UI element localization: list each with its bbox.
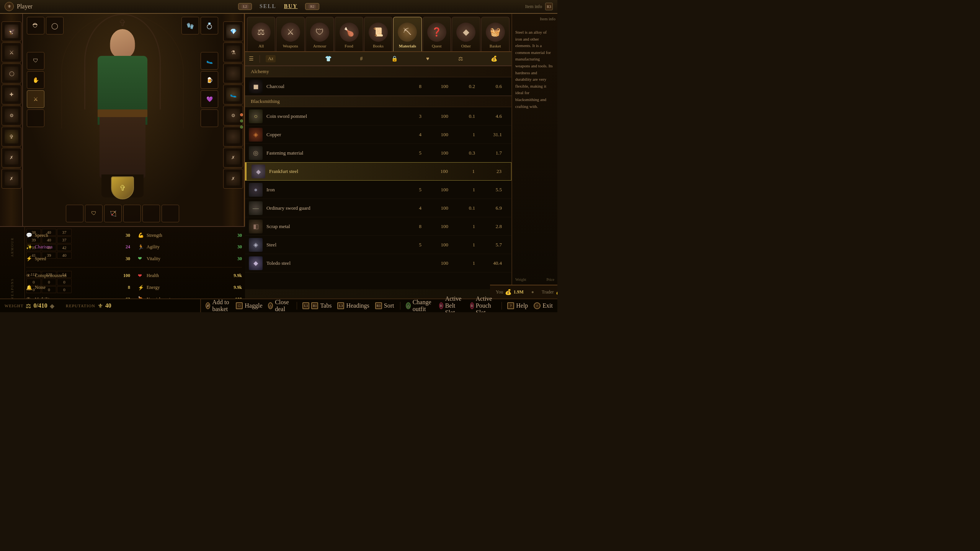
slot-b1[interactable]	[66, 205, 83, 222]
tab-basket-icon: 🧺	[486, 23, 505, 42]
tab-armour[interactable]: 🛡 Armour	[305, 17, 334, 51]
stat-agility: 🏃 Agility 30	[138, 243, 242, 251]
action-headings[interactable]: L3 Headings	[337, 302, 369, 309]
pillar-left: 🦅 ⚔ ◯ ✚ ⚙ ✞ ✗ ✗	[0, 14, 23, 226]
inv-slot-5[interactable]: ⚙	[2, 106, 21, 126]
slot-amulet[interactable]: ◯	[46, 17, 64, 34]
item-toledo-icon: ◆	[249, 256, 263, 270]
action-haggle[interactable]: □ Haggle	[236, 302, 262, 309]
buy-tab[interactable]: BUY	[284, 3, 298, 10]
slot-b5[interactable]	[142, 205, 160, 222]
tab-weapons[interactable]: ⚔ Weapons	[276, 17, 304, 51]
tab-books[interactable]: 📜 Books	[364, 17, 392, 51]
inv-slot-2[interactable]: ⚔	[2, 42, 21, 62]
trade-trader-label: Trader	[542, 289, 554, 295]
tab-other[interactable]: ◆ Other	[452, 17, 480, 51]
action-change-outfit[interactable]: △ Change outfit	[406, 299, 433, 312]
slot-helmet[interactable]: ⛑	[27, 17, 44, 34]
action-active-belt[interactable]: R Active Belt Slot	[439, 295, 464, 312]
item-sword-guard-cap: 100	[427, 205, 454, 211]
action-sort[interactable]: R3 Sort	[375, 302, 394, 309]
tabs-btn-l1: L1	[302, 302, 309, 309]
tab-quest[interactable]: ❓ Quest	[423, 17, 451, 51]
active-pouch-btn-icon: R	[470, 302, 474, 309]
action-active-pouch[interactable]: R Active Pouch Slot	[470, 295, 496, 312]
sort-label: Sort	[384, 302, 394, 309]
slot-b4[interactable]	[123, 205, 141, 222]
action-close-deal[interactable]: △ Close deal	[268, 299, 291, 312]
item-frankfurt-steel[interactable]: ◆ Frankfurt steel 100 1 23	[245, 162, 511, 181]
item-steel[interactable]: ◈ Steel 5 100 1 5.7	[245, 236, 511, 254]
inv-slot-r2[interactable]: ⚗	[223, 42, 243, 62]
slot-extra[interactable]	[201, 109, 218, 127]
group-alchemy: Alchemy	[245, 66, 511, 77]
item-toledo-steel[interactable]: ◆ Toledo steel 100 1 40.4	[245, 254, 511, 272]
action-tabs[interactable]: L1 R1 Tabs	[302, 302, 332, 309]
trade-trader: Trader 💰 380	[542, 289, 557, 295]
action-help[interactable]: ? Help	[507, 302, 528, 309]
item-scrap-icon: ◧	[249, 220, 263, 233]
item-fastening[interactable]: ◎ Fastening material 5 100 0.3 1.7	[245, 144, 511, 162]
item-copper-name: Copper	[266, 132, 400, 138]
tab-food[interactable]: 🍗 Food	[335, 17, 363, 51]
item-fastening-cap: 100	[427, 150, 454, 156]
top-bar-right: Item info R3	[525, 3, 553, 10]
inv-slot-6[interactable]: ✞	[2, 127, 21, 147]
item-frankfurt-weight: 1	[454, 168, 480, 174]
item-scrap-metal[interactable]: ◧ Scrap metal 8 100 1 2.8	[245, 217, 511, 236]
item-charcoal[interactable]: ◼ Charcoal 8 100 0.2 0.6	[245, 77, 511, 96]
item-iron[interactable]: ● Iron 5 100 1 5.5	[245, 181, 511, 199]
sell-tab[interactable]: SELL	[260, 3, 276, 10]
slot-weapon-2[interactable]	[27, 109, 44, 127]
tab-all[interactable]: ⚖ All	[247, 17, 275, 51]
slot-b2[interactable]: 🛡	[85, 205, 103, 222]
selected-indicator	[245, 162, 247, 181]
col-icon-lock: 🔒	[381, 55, 408, 62]
slot-shoulder-l[interactable]: 🛡	[27, 52, 44, 70]
sort-az-icon[interactable]: Az	[266, 55, 276, 62]
slot-weapon-1[interactable]: ⚔	[27, 90, 44, 108]
slot-b6[interactable]	[162, 205, 179, 222]
item-sword-guard[interactable]: — Ordinary sword guard 4 100 0.1 6.9	[245, 199, 511, 217]
inv-slot-r1[interactable]: 💎	[223, 21, 243, 41]
stat-health: ❤ Health 9.9k	[138, 272, 242, 280]
inv-slot-r7[interactable]: ✗	[223, 148, 243, 168]
category-tabs: ⚖ All ⚔ Weapons 🛡 Armour 🍗 Food 📜 Books …	[245, 14, 511, 52]
group-alchemy-label: Alchemy	[251, 68, 269, 74]
inv-slot-r3[interactable]	[223, 64, 243, 83]
slot-shoulder-r[interactable]: 🥿	[201, 52, 218, 70]
filter-divider	[260, 55, 260, 63]
inv-slot-r4[interactable]: 🥿	[223, 85, 243, 104]
stat-strength: 💪 Strength 30	[138, 231, 242, 240]
inv-slot-4[interactable]: ✚	[2, 85, 21, 104]
group-blacksmithing-label: Blacksmithing	[251, 98, 280, 104]
filter-icon[interactable]: ☰	[249, 55, 254, 62]
headings-btn-icon: L3	[337, 302, 344, 309]
haggle-btn-icon: □	[236, 302, 243, 309]
inv-slot-r8[interactable]: ✗	[223, 169, 243, 189]
tab-materials[interactable]: ⛏ Materials	[393, 17, 421, 51]
slot-b3[interactable]: 🏹	[104, 205, 122, 222]
inv-slot-8[interactable]: ✗	[2, 169, 21, 189]
slot-gauntlet-l[interactable]: ✋	[27, 71, 44, 89]
character-display: ✞ ⛑ ◯ 🧤 💍 🛡 ✋ ⚔	[23, 14, 222, 226]
slot-leg-armor[interactable]: 💜	[201, 90, 218, 108]
tab-all-label: All	[258, 44, 264, 48]
active-belt-label: Active Belt Slot	[445, 295, 464, 312]
inv-slot-3[interactable]: ◯	[2, 64, 21, 83]
item-info-btn[interactable]: R3	[545, 3, 553, 10]
tab-quest-icon: ❓	[427, 23, 446, 42]
inv-slot-1[interactable]: 🦅	[2, 21, 21, 41]
tab-basket[interactable]: 🧺 Basket	[481, 17, 510, 51]
slot-gloves[interactable]: 🧤	[181, 17, 199, 34]
inv-slot-7[interactable]: ✗	[2, 148, 21, 168]
item-coin-pommel[interactable]: ○ Coin sword pommel 3 100 0.1 4.6	[245, 107, 511, 126]
action-exit[interactable]: ○ Exit	[534, 302, 553, 309]
item-list[interactable]: Alchemy ◼ Charcoal 8 100 0.2 0.6 Blacksm…	[245, 66, 511, 289]
slot-gauntlet-r[interactable]: 🍺	[201, 71, 218, 89]
inv-slot-r6[interactable]	[223, 127, 243, 147]
slot-ring[interactable]: 💍	[201, 17, 218, 34]
change-outfit-btn-icon: △	[406, 302, 411, 309]
item-copper[interactable]: ◈ Copper 4 100 1 31.1	[245, 126, 511, 144]
action-add-basket[interactable]: ✗ Add to basket	[206, 299, 230, 312]
